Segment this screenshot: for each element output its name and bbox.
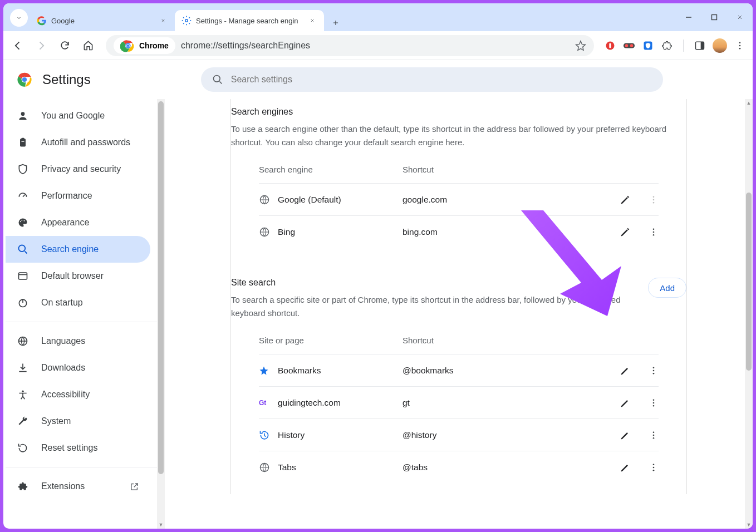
sidebar-item-you[interactable]: You and Google (6, 102, 150, 129)
url-text: chrome://settings/searchEngines (181, 41, 310, 51)
bookmark-star-icon[interactable] (575, 40, 586, 51)
extension-icons (602, 38, 748, 53)
star-icon (259, 366, 271, 376)
download-icon (17, 362, 29, 374)
site-shortcut: @bookmarks (402, 366, 592, 376)
avatar[interactable] (713, 38, 727, 53)
sidebar-item-default-browser[interactable]: Default browser (6, 263, 150, 289)
svg-point-5 (127, 44, 130, 47)
extensions-puzzle-icon[interactable] (661, 40, 673, 52)
edit-button[interactable] (620, 226, 631, 238)
close-icon[interactable] (158, 16, 168, 26)
sidebar-item-languages[interactable]: Languages (6, 328, 150, 354)
edit-button[interactable] (620, 365, 631, 376)
reset-icon (17, 442, 29, 454)
sidebar-scrollbar[interactable]: ▲ ▼ (157, 99, 165, 529)
minimize-button[interactable] (676, 3, 701, 31)
maximize-button[interactable] (701, 3, 727, 31)
close-icon[interactable] (307, 16, 317, 26)
home-button[interactable] (78, 36, 98, 56)
forward-button[interactable] (31, 36, 51, 56)
scroll-up-icon[interactable]: ▲ (745, 99, 753, 107)
sidebar-item-privacy[interactable]: Privacy and security (6, 156, 150, 183)
wrench-icon (17, 415, 29, 427)
tab-google[interactable]: Google (30, 10, 175, 31)
sidebar-item-reset[interactable]: Reset settings (6, 435, 150, 461)
search-icon (212, 74, 223, 85)
extension-icon-goggles[interactable] (623, 40, 635, 52)
col-header-site: Site or page (259, 336, 402, 345)
svg-point-34 (653, 196, 655, 198)
settings-search-input[interactable] (231, 75, 652, 85)
clipboard-icon (17, 136, 29, 149)
site-name: Bookmarks (278, 366, 402, 376)
tab-strip: Google Settings - Manage search engin (30, 8, 344, 31)
nav-label: On startup (41, 298, 83, 308)
more-menu-button[interactable] (649, 398, 659, 408)
scrollbar-thumb[interactable] (746, 193, 752, 371)
table-row: History @history (259, 418, 659, 451)
table-row: Gt guidingtech.com gt (259, 386, 659, 418)
add-button[interactable]: Add (648, 278, 686, 298)
new-tab-button[interactable] (327, 14, 344, 31)
more-menu-button[interactable] (649, 430, 659, 440)
svg-point-26 (21, 220, 22, 221)
shield-icon (17, 163, 29, 175)
kebab-menu-icon[interactable] (734, 40, 746, 52)
scroll-down-icon[interactable]: ▼ (157, 521, 165, 529)
tab-settings[interactable]: Settings - Manage search engin (175, 10, 324, 31)
more-menu-button[interactable] (649, 227, 659, 237)
more-menu-button[interactable] (649, 366, 659, 376)
site-name: History (278, 430, 402, 440)
edit-button[interactable] (620, 194, 631, 205)
search-engines-title: Search engines (231, 99, 686, 122)
power-icon (17, 297, 29, 309)
omnibox[interactable]: Chrome chrome://settings/searchEngines (106, 35, 594, 56)
table-header: Search engine Shortcut (259, 159, 659, 183)
svg-rect-29 (19, 273, 27, 279)
sidebar-item-search[interactable]: Search engine (6, 236, 150, 263)
extension-icon-red[interactable] (604, 40, 616, 52)
svg-point-36 (653, 201, 655, 203)
more-menu-button[interactable] (649, 195, 659, 205)
edit-button[interactable] (620, 462, 631, 473)
side-panel-icon[interactable] (694, 40, 706, 52)
sidebar-item-appearance[interactable]: Appearance (6, 209, 150, 236)
site-search-title: Site search (231, 278, 648, 293)
more-menu-button[interactable] (649, 462, 659, 472)
browser-icon (17, 270, 29, 282)
svg-point-21 (21, 112, 25, 116)
svg-rect-7 (609, 43, 611, 47)
sidebar-item-startup[interactable]: On startup (6, 289, 150, 316)
svg-point-45 (653, 402, 655, 403)
sidebar-item-performance[interactable]: Performance (6, 183, 150, 209)
extension-icon-shield[interactable] (642, 40, 654, 52)
person-icon (17, 110, 29, 122)
nav-label: Appearance (41, 218, 89, 228)
scrollbar-thumb[interactable] (158, 101, 164, 474)
site-search-table: Site or page Shortcut Bookmarks @bookmar… (231, 330, 686, 494)
toolbar: Chrome chrome://settings/searchEngines (3, 31, 753, 60)
browser-window: Google Settings - Manage search engin (3, 3, 753, 529)
table-row: Bookmarks @bookmarks (259, 354, 659, 386)
sidebar-item-system[interactable]: System (6, 408, 150, 435)
sidebar-item-downloads[interactable]: Downloads (6, 354, 150, 381)
reload-button[interactable] (55, 36, 75, 56)
edit-button[interactable] (620, 430, 631, 441)
sidebar-item-accessibility[interactable]: Accessibility (6, 381, 150, 408)
content: Search engines To use a search engine ot… (230, 99, 687, 494)
nav-label: Default browser (41, 271, 104, 281)
scroll-down-icon[interactable]: ▼ (745, 521, 753, 529)
back-button[interactable] (8, 36, 28, 56)
globe-icon (259, 226, 271, 238)
edit-button[interactable] (620, 397, 631, 408)
settings-search[interactable] (201, 67, 663, 92)
sidebar-item-extensions[interactable]: Extensions (6, 473, 150, 500)
close-button[interactable] (727, 3, 753, 31)
tab-search-button[interactable] (10, 9, 28, 27)
content-scrollbar[interactable]: ▲ ▼ (745, 99, 753, 529)
svg-point-52 (653, 466, 655, 468)
sidebar: You and Google Autofill and passwords Pr… (3, 99, 165, 529)
site-shortcut: gt (402, 398, 592, 408)
sidebar-item-autofill[interactable]: Autofill and passwords (6, 129, 150, 156)
